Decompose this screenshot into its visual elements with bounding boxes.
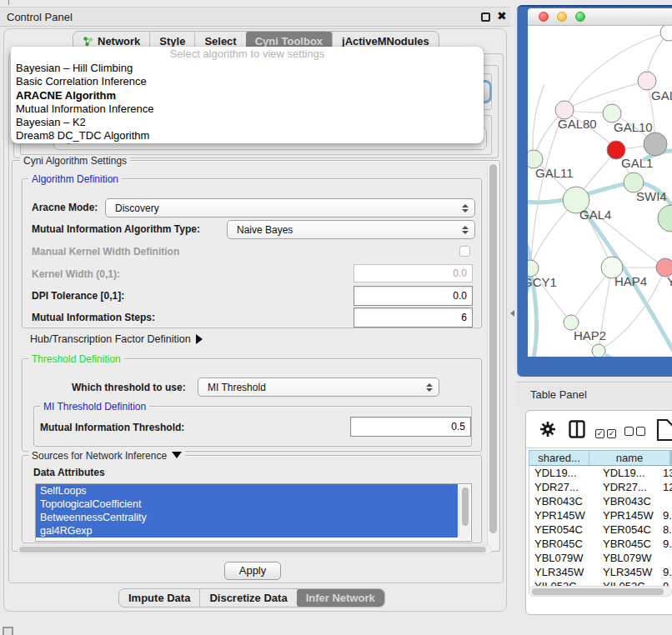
- node-label: GCY1: [528, 275, 557, 289]
- table-panel-titlebar: Table Panel: [517, 382, 672, 405]
- network-canvas[interactable]: GALGAL80GAL10GAL1GAL11SWI4GAL4GCY1HAP4YH…: [528, 26, 672, 357]
- network-window-titlebar[interactable]: [528, 8, 672, 26]
- table-row[interactable]: YDL19... YDL19... 13: [529, 466, 672, 480]
- hub-section-toggle[interactable]: Hub/Transcription Factor Definition: [30, 333, 203, 345]
- node-label: HAP2: [574, 328, 606, 342]
- deselect-all-icon[interactable]: [624, 424, 648, 439]
- aracne-mode-label: Aracne Mode:: [32, 202, 98, 213]
- attribute-item[interactable]: gal4RGexp: [36, 524, 458, 538]
- cell-shared-name: YDR27...: [529, 480, 599, 494]
- corner-panel-icon[interactable]: [3, 627, 13, 635]
- dropdown-item[interactable]: Mutual Information Inference: [11, 102, 484, 116]
- dropdown-placeholder: Select algorithm to view settings: [11, 47, 484, 62]
- column-header[interactable]: name: [589, 451, 670, 465]
- table-row[interactable]: YBR045C YBR045C 9.: [529, 537, 672, 551]
- cell-value: 9.: [659, 537, 672, 551]
- settings-scrollbar[interactable]: [487, 162, 498, 550]
- mi-steps-label: Mutual Information Steps:: [32, 312, 155, 323]
- network-node[interactable]: [528, 260, 539, 277]
- column-header[interactable]: shared...: [529, 451, 589, 465]
- attribute-item[interactable]: BetweennessCentrality: [36, 511, 458, 524]
- data-attributes-label: Data Attributes: [33, 467, 105, 478]
- mi-threshold-field[interactable]: [350, 417, 471, 437]
- cell-value: 9.: [659, 565, 672, 579]
- table-hscrollbar[interactable]: [529, 586, 672, 597]
- split-pane-handle[interactable]: [510, 310, 514, 317]
- table-row[interactable]: YBL079W YBL079W: [529, 551, 672, 565]
- network-node[interactable]: [644, 132, 667, 156]
- collapse-down-icon[interactable]: [172, 452, 182, 458]
- expand-right-icon[interactable]: [196, 334, 203, 344]
- tab-label: Select: [204, 35, 236, 48]
- aracne-mode-combo[interactable]: Discovery: [105, 198, 475, 218]
- select-all-icon[interactable]: ✓✓: [595, 424, 619, 439]
- new-table-icon[interactable]: [656, 418, 672, 445]
- tab[interactable]: Infer Network: [297, 589, 384, 607]
- dropdown-item[interactable]: Bayesian – Hill Climbing: [11, 62, 484, 75]
- table-row[interactable]: YPR145W YPR145W 9.: [529, 508, 672, 522]
- cell-value: 12: [659, 480, 672, 494]
- dropdown-item[interactable]: Basic Correlation Inference: [11, 75, 484, 88]
- dropdown-item[interactable]: ARACNE Algorithm: [11, 89, 484, 102]
- cell-name: YLR345W: [599, 565, 659, 579]
- cell-value: [659, 551, 672, 565]
- dropdown-item[interactable]: Dream8 DC_TDC Algorithm: [11, 129, 484, 142]
- mi-algorithm-combo[interactable]: Naive Bayes: [227, 220, 475, 239]
- close-window-icon[interactable]: [539, 12, 549, 22]
- cell-shared-name: YER054C: [529, 522, 599, 537]
- table-row[interactable]: YER054C YER054C 8.: [529, 522, 672, 537]
- node-label: SWI4: [636, 189, 667, 203]
- table-row[interactable]: YBR043C YBR043C: [529, 494, 672, 508]
- attribute-item[interactable]: TopologicalCoefficient: [36, 498, 458, 511]
- mi-steps-field[interactable]: [354, 308, 473, 328]
- node-label: Y: [667, 274, 672, 288]
- column-header[interactable]: [670, 451, 671, 465]
- float-panel-icon[interactable]: [481, 12, 490, 22]
- algorithm-definition-title: Algorithm Definition: [28, 173, 122, 185]
- network-icon: [83, 36, 93, 47]
- column-layout-icon[interactable]: [569, 420, 585, 442]
- network-node[interactable]: [592, 344, 605, 357]
- dpi-tolerance-field[interactable]: [354, 286, 473, 306]
- cell-shared-name: YBR043C: [529, 494, 599, 508]
- application-root: Control Panel ✖ galFiltered.sif default …: [0, 0, 672, 635]
- close-panel-icon[interactable]: ✖: [497, 9, 507, 22]
- minimize-window-icon[interactable]: [557, 12, 567, 22]
- kernel-width-field[interactable]: [354, 264, 473, 282]
- attribute-list-scrollbar[interactable]: [459, 485, 470, 540]
- manual-kernel-checkbox[interactable]: [459, 246, 470, 257]
- attribute-item[interactable]: SelfLoops: [36, 484, 458, 498]
- table-row[interactable]: YLR345W YLR345W 9.: [529, 565, 672, 579]
- tab-label: Network: [98, 35, 140, 48]
- network-node[interactable]: [660, 26, 672, 41]
- cell-name: YBL079W: [599, 551, 659, 565]
- settings-group-title: Cyni Algorithm Settings: [20, 155, 130, 167]
- table-row[interactable]: YDR27... YDR27... 12: [529, 480, 672, 494]
- combo-arrows-icon: [462, 226, 469, 234]
- hub-section-label: Hub/Transcription Factor Definition: [30, 333, 191, 345]
- dropdown-item[interactable]: Bayesian – K2: [11, 116, 484, 129]
- network-node[interactable]: [658, 205, 672, 232]
- cell-name: YER054C: [599, 522, 659, 537]
- gear-icon[interactable]: [539, 420, 557, 442]
- sources-title-label: Sources for Network Inference: [32, 450, 167, 462]
- node-label: GAL: [651, 88, 672, 102]
- settings-scrollbar-thumb[interactable]: [489, 164, 497, 533]
- node-label: GAL11: [535, 166, 574, 180]
- sources-group-title[interactable]: Sources for Network Inference: [28, 450, 185, 462]
- tab[interactable]: Impute Data: [119, 589, 199, 607]
- zoom-window-icon[interactable]: [575, 12, 585, 22]
- tab-label: Style: [159, 35, 185, 48]
- table-panel-title: Table Panel: [530, 388, 587, 401]
- node-label: GAL1: [621, 156, 653, 170]
- network-node[interactable]: [638, 72, 656, 90]
- settings-hscrollbar-thumb[interactable]: [19, 547, 486, 552]
- mi-algorithm-label: Mutual Information Algorithm Type:: [32, 223, 200, 235]
- attribute-scrollbar-thumb[interactable]: [462, 488, 469, 526]
- aracne-mode-value: Discovery: [115, 202, 159, 214]
- table-hscrollbar-thumb[interactable]: [532, 588, 664, 595]
- apply-button[interactable]: Apply: [224, 562, 281, 580]
- tab[interactable]: Discretize Data: [199, 589, 296, 607]
- settings-hscrollbar[interactable]: [17, 545, 492, 554]
- which-threshold-combo[interactable]: MI Threshold: [198, 378, 439, 397]
